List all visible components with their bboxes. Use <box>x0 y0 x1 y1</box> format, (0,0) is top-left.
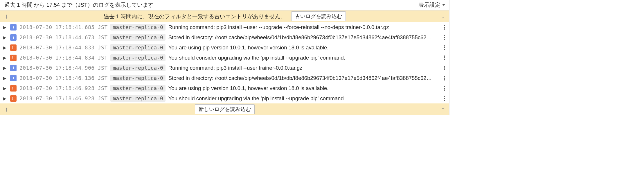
replica-label: master-replica-0 <box>110 85 165 92</box>
expand-icon[interactable]: ▶ <box>3 35 7 40</box>
svg-point-6 <box>444 45 445 46</box>
replica-label: master-replica-0 <box>110 44 165 51</box>
time-range-status: 過去 1 時間 から 17:54 まで（JST）のログを表示しています <box>4 1 154 8</box>
info-icon: i <box>10 34 17 41</box>
expand-icon[interactable]: ▶ <box>3 96 7 101</box>
log-message: Stored in directory: /root/.cache/pip/wh… <box>168 75 440 81</box>
timestamp: 2018-07-30 17:18:46.928 JST <box>19 95 107 101</box>
svg-point-3 <box>444 35 445 36</box>
display-settings-label: 表示設定 <box>418 1 440 8</box>
arrow-down-icon[interactable]: ↓ <box>440 12 446 21</box>
svg-point-23 <box>444 100 445 101</box>
newer-logs-banner: ↑ 新しいログを読み込む ↑ <box>0 103 449 115</box>
timestamp: 2018-07-30 17:18:44.673 JST <box>19 34 107 40</box>
svg-point-11 <box>444 59 445 60</box>
warning-icon: !! <box>10 44 17 51</box>
load-newer-logs-button[interactable]: 新しいログを読み込む <box>195 104 255 114</box>
replica-label: master-replica-0 <box>110 64 165 71</box>
svg-point-4 <box>444 37 445 38</box>
svg-point-1 <box>444 27 445 28</box>
expand-icon[interactable]: ▶ <box>3 45 7 50</box>
log-row[interactable]: ▶!!2018-07-30 17:18:46.928 JSTmaster-rep… <box>0 83 449 93</box>
svg-point-2 <box>444 28 445 30</box>
arrow-down-icon[interactable]: ↓ <box>4 12 9 21</box>
toolbar: 過去 1 時間 から 17:54 まで（JST）のログを表示しています 表示設定 <box>0 0 449 10</box>
kebab-menu-icon[interactable] <box>442 45 446 50</box>
svg-point-20 <box>444 89 445 91</box>
svg-point-15 <box>444 76 445 77</box>
load-older-logs-button[interactable]: 古いログを読み込む <box>291 11 346 21</box>
warning-icon: !! <box>10 55 17 61</box>
timestamp: 2018-07-30 17:18:44.833 JST <box>19 44 107 51</box>
older-logs-message: 過去 1 時間内に、現在のフィルタと一致する古いエントリがありません。 <box>104 13 286 20</box>
svg-point-7 <box>444 47 445 48</box>
log-message: Running command: pip3 install --user --u… <box>168 24 440 31</box>
svg-point-22 <box>444 98 445 99</box>
log-message: Stored in directory: /root/.cache/pip/wh… <box>168 34 440 41</box>
timestamp: 2018-07-30 17:18:46.928 JST <box>19 85 107 91</box>
info-icon: i <box>10 24 17 31</box>
kebab-menu-icon[interactable] <box>442 96 446 101</box>
svg-point-16 <box>444 78 445 79</box>
svg-point-5 <box>444 39 445 40</box>
display-settings-dropdown[interactable]: 表示設定 <box>418 1 445 8</box>
kebab-menu-icon[interactable] <box>442 86 446 91</box>
replica-label: master-replica-0 <box>110 95 165 102</box>
svg-point-10 <box>444 57 445 58</box>
chevron-down-icon <box>442 4 445 6</box>
svg-point-9 <box>444 55 445 57</box>
kebab-menu-icon[interactable] <box>442 76 446 81</box>
warning-icon: !! <box>10 95 17 102</box>
svg-point-21 <box>444 96 445 97</box>
replica-label: master-replica-0 <box>110 34 165 41</box>
kebab-menu-icon[interactable] <box>442 65 446 71</box>
replica-label: master-replica-0 <box>110 24 165 31</box>
timestamp: 2018-07-30 17:18:44.834 JST <box>19 55 107 61</box>
log-rows: ▶i2018-07-30 17:18:41.685 JSTmaster-repl… <box>0 22 449 103</box>
svg-point-17 <box>444 79 445 80</box>
log-row[interactable]: ▶i2018-07-30 17:18:41.685 JSTmaster-repl… <box>0 22 449 32</box>
log-row[interactable]: ▶!!2018-07-30 17:18:44.833 JSTmaster-rep… <box>0 42 449 53</box>
log-row[interactable]: ▶!!2018-07-30 17:18:44.834 JSTmaster-rep… <box>0 53 449 63</box>
svg-point-0 <box>444 25 445 26</box>
timestamp: 2018-07-30 17:18:46.136 JST <box>19 75 107 81</box>
log-row[interactable]: ▶i2018-07-30 17:18:44.673 JSTmaster-repl… <box>0 32 449 42</box>
svg-point-18 <box>444 86 445 87</box>
expand-icon[interactable]: ▶ <box>3 55 7 60</box>
expand-icon[interactable]: ▶ <box>3 25 7 30</box>
log-message: You are using pip version 10.0.1, howeve… <box>168 44 440 51</box>
log-message: You should consider upgrading via the 'p… <box>168 95 440 102</box>
kebab-menu-icon[interactable] <box>442 35 446 40</box>
log-message: You are using pip version 10.0.1, howeve… <box>168 85 440 92</box>
log-row[interactable]: ▶i2018-07-30 17:18:46.136 JSTmaster-repl… <box>0 73 449 83</box>
arrow-up-icon[interactable]: ↑ <box>440 105 446 114</box>
expand-icon[interactable]: ▶ <box>3 86 7 91</box>
svg-point-13 <box>444 67 445 69</box>
warning-icon: !! <box>10 85 17 92</box>
svg-point-8 <box>444 49 445 50</box>
log-message: Running command: pip3 install --user tra… <box>168 65 440 71</box>
log-message: You should consider upgrading via the 'p… <box>168 55 440 61</box>
expand-icon[interactable]: ▶ <box>3 76 7 80</box>
expand-icon[interactable]: ▶ <box>3 66 7 70</box>
log-row[interactable]: ▶!!2018-07-30 17:18:46.928 JSTmaster-rep… <box>0 93 449 103</box>
kebab-menu-icon[interactable] <box>442 25 446 30</box>
svg-point-19 <box>444 88 445 89</box>
svg-point-12 <box>444 66 445 67</box>
arrow-up-icon[interactable]: ↑ <box>4 105 9 114</box>
info-icon: i <box>10 65 17 71</box>
replica-label: master-replica-0 <box>110 54 165 61</box>
kebab-menu-icon[interactable] <box>442 55 446 60</box>
timestamp: 2018-07-30 17:18:41.685 JST <box>19 24 107 30</box>
replica-label: master-replica-0 <box>110 75 165 81</box>
timestamp: 2018-07-30 17:18:44.906 JST <box>19 65 107 71</box>
info-icon: i <box>10 75 17 81</box>
svg-point-14 <box>444 69 445 70</box>
older-logs-banner: ↓ 過去 1 時間内に、現在のフィルタと一致する古いエントリがありません。 古い… <box>0 10 449 22</box>
log-row[interactable]: ▶i2018-07-30 17:18:44.906 JSTmaster-repl… <box>0 63 449 73</box>
